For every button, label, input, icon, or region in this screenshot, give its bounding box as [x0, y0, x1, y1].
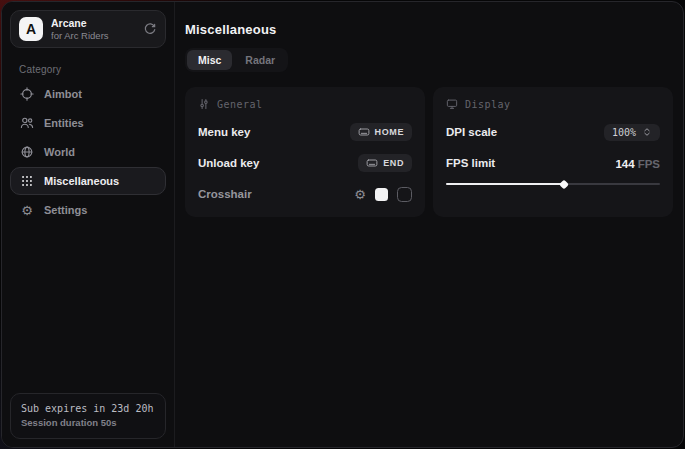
dpi-scale-value: 100%: [612, 127, 636, 138]
sidebar-header-card: A Arcane for Arc Riders: [10, 10, 166, 48]
session-duration-text: Session duration 50s: [21, 416, 155, 431]
sidebar-item-world[interactable]: World: [10, 138, 166, 166]
display-card-header: Display: [446, 98, 660, 110]
tab-misc[interactable]: Misc: [187, 50, 232, 70]
slider-fill: [446, 183, 564, 185]
fps-limit-label: FPS limit: [446, 157, 495, 169]
refresh-icon[interactable]: [143, 22, 157, 36]
sidebar-item-entities[interactable]: Entities: [10, 109, 166, 137]
crosshair-row: Crosshair ⚙: [198, 185, 412, 203]
crosshair-checkbox[interactable]: [397, 187, 412, 202]
general-card-title: General: [217, 99, 263, 110]
slider-thumb[interactable]: [559, 179, 569, 189]
monitor-icon: [446, 98, 458, 110]
keyboard-icon: [358, 126, 370, 138]
dpi-scale-select[interactable]: 100%: [604, 124, 660, 141]
app-window: A Arcane for Arc Riders Category Aimbot: [1, 1, 684, 448]
sub-expiry-text: Sub expires in 23d 20h: [21, 401, 155, 417]
display-card-title: Display: [465, 99, 511, 110]
sidebar-item-label: Entities: [44, 117, 84, 129]
menu-key-button[interactable]: HOME: [350, 123, 412, 141]
general-card-header: General: [198, 98, 412, 110]
menu-key-label: Menu key: [198, 126, 250, 138]
dpi-scale-row: DPI scale 100%: [446, 123, 660, 141]
globe-icon: [20, 145, 34, 159]
sliders-icon: [198, 98, 210, 110]
fps-limit-value-group: 144FPS: [615, 154, 660, 172]
sidebar-item-label: Settings: [44, 204, 87, 216]
users-icon: [20, 116, 34, 130]
tab-radar[interactable]: Radar: [234, 50, 286, 70]
crosshair-label: Crosshair: [198, 188, 252, 200]
unload-key-row: Unload key END: [198, 154, 412, 172]
app-title: Arcane: [51, 17, 135, 30]
tab-group: Misc Radar: [185, 48, 288, 72]
app-logo: A: [19, 17, 43, 41]
desktop-backdrop: { "window": { "backdrop_glow_color": "#5…: [0, 0, 685, 449]
subscription-info-card: Sub expires in 23d 20h Session duration …: [10, 393, 166, 439]
crosshair-controls: ⚙: [354, 187, 412, 202]
dpi-scale-label: DPI scale: [446, 126, 497, 138]
crosshair-icon: [20, 87, 34, 101]
unload-key-value: END: [383, 158, 404, 168]
chevrons-up-down-icon: [642, 127, 652, 137]
sidebar-item-label: Miscellaneous: [44, 175, 119, 187]
fps-limit-row: FPS limit 144FPS: [446, 154, 660, 172]
page-title: Miscellaneous: [185, 22, 673, 37]
sidebar: A Arcane for Arc Riders Category Aimbot: [2, 2, 175, 447]
menu-key-value: HOME: [375, 127, 404, 137]
cards-row: General Menu key HOME Unload key: [185, 87, 673, 217]
gear-icon: ⚙: [20, 204, 34, 217]
app-subtitle: for Arc Riders: [51, 30, 135, 41]
grid-dots-icon: [20, 174, 34, 188]
fps-limit-value: 144: [615, 158, 634, 170]
menu-key-row: Menu key HOME: [198, 123, 412, 141]
fps-limit-unit: FPS: [638, 158, 660, 170]
sidebar-item-aimbot[interactable]: Aimbot: [10, 80, 166, 108]
general-card: General Menu key HOME Unload key: [185, 87, 425, 217]
unload-key-button[interactable]: END: [358, 154, 412, 172]
sidebar-item-miscellaneous[interactable]: Miscellaneous: [10, 167, 166, 195]
crosshair-settings-gear-icon[interactable]: ⚙: [354, 188, 366, 201]
display-card: Display DPI scale 100% FPS limit 144FPS: [433, 87, 673, 217]
sidebar-item-label: Aimbot: [44, 88, 82, 100]
keyboard-icon: [366, 157, 378, 169]
category-label: Category: [19, 64, 157, 75]
unload-key-label: Unload key: [198, 157, 259, 169]
crosshair-color-swatch[interactable]: [375, 188, 388, 201]
main-content: Miscellaneous Misc Radar General: [175, 2, 684, 447]
fps-limit-slider[interactable]: [446, 179, 660, 189]
sidebar-item-label: World: [44, 146, 75, 158]
sidebar-item-settings[interactable]: ⚙ Settings: [10, 196, 166, 224]
app-titles: Arcane for Arc Riders: [51, 17, 135, 41]
